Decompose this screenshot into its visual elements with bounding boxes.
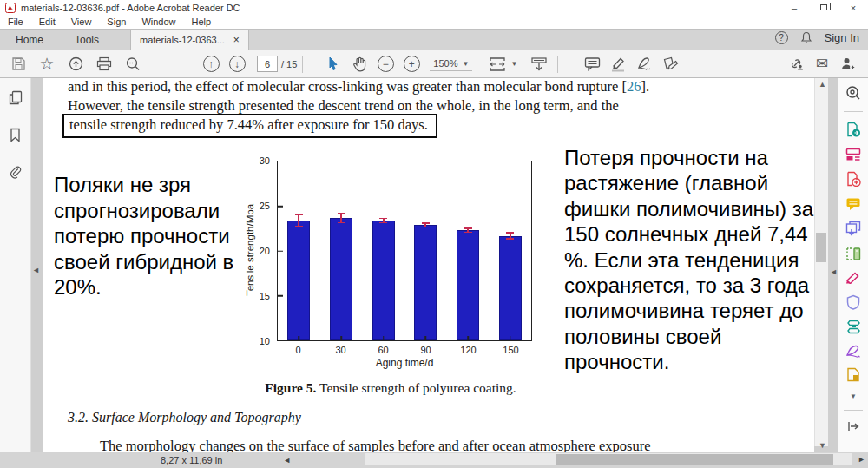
collapse-right-panel-icon[interactable]: ◄ — [830, 267, 838, 276]
ytick-20: 20 — [260, 246, 270, 256]
xtick-mark — [425, 336, 427, 340]
tab-tools[interactable]: Tools — [59, 30, 115, 50]
protect-icon[interactable] — [846, 294, 860, 310]
menu-edit[interactable]: Edit — [31, 15, 63, 29]
bar-90 — [414, 225, 437, 340]
share-upload-icon[interactable] — [62, 53, 89, 76]
vertical-scrollbar[interactable] — [814, 78, 828, 446]
zoom-in-icon[interactable]: + — [398, 53, 424, 76]
chart-xaxis-labels: 0306090120150 — [277, 345, 532, 357]
left-annotation: Поляки не зря спрогнозировали потерю про… — [54, 172, 275, 300]
minimize-icon: – — [792, 3, 797, 13]
tab-home[interactable]: Home — [0, 30, 59, 50]
fill-sign-icon[interactable] — [845, 272, 862, 284]
horizontal-scrollbar-thumb[interactable] — [556, 454, 833, 465]
email-icon[interactable]: ✉ — [809, 53, 835, 76]
tab-close-icon[interactable]: × — [233, 34, 240, 46]
pdf-file-icon — [5, 3, 16, 13]
xtick-mark — [299, 336, 300, 340]
find-icon[interactable] — [120, 53, 146, 76]
page-number-input[interactable] — [257, 56, 278, 72]
highlighted-sentence-box: tensile strength reduced by 7.44% after … — [62, 114, 437, 138]
menu-help[interactable]: Help — [184, 15, 220, 29]
error-bar-90 — [424, 222, 426, 227]
expand-panel-icon[interactable] — [847, 421, 859, 432]
toolbar-divider — [302, 56, 303, 73]
comment-tool-icon[interactable] — [845, 197, 861, 211]
xtick-mark — [383, 336, 385, 340]
menu-window[interactable]: Window — [134, 15, 183, 29]
person-add-icon[interactable] — [835, 53, 861, 76]
reading-mode-icon[interactable] — [526, 53, 552, 76]
comment-icon[interactable] — [579, 53, 605, 76]
panel-divider — [844, 111, 863, 112]
scroll-down-icon[interactable]: ▼ — [819, 441, 826, 450]
figure-caption-text: Tensile strength of polyurea coating. — [316, 380, 516, 395]
attachments-icon[interactable] — [9, 165, 22, 181]
error-bar-60 — [383, 218, 385, 223]
highlight-icon[interactable] — [605, 53, 631, 76]
right-annotation: Потеря прочности на растяжение (главной … — [564, 145, 820, 375]
export-pdf-icon[interactable] — [845, 122, 861, 137]
restore-button[interactable] — [809, 0, 838, 15]
select-tool-icon[interactable] — [320, 53, 346, 76]
chart-x-axis-title: Aging time/d — [277, 357, 532, 369]
scroll-left-icon[interactable]: ◄ — [283, 456, 291, 465]
print-icon[interactable] — [91, 53, 117, 76]
xtick-60: 60 — [378, 345, 388, 355]
previous-page-icon[interactable]: ↑ — [198, 53, 224, 76]
share-link-icon[interactable] — [783, 53, 809, 76]
menu-sign[interactable]: Sign — [99, 15, 134, 29]
page-thumbnails-icon[interactable] — [9, 90, 23, 105]
chart-plot-area — [277, 161, 532, 341]
bookmarks-icon[interactable] — [10, 128, 21, 142]
zoom-out-icon[interactable]: − — [372, 53, 398, 76]
help-icon[interactable]: ? — [775, 31, 788, 44]
sign-in-button[interactable]: Sign In — [825, 31, 859, 44]
chevron-down-icon[interactable]: ▼ — [850, 392, 857, 400]
xtick-mark — [510, 336, 511, 340]
vertical-scrollbar-thumb[interactable] — [816, 233, 826, 262]
menu-file[interactable]: File — [0, 15, 31, 29]
menu-bar: File Edit View Sign Window Help — [0, 15, 868, 29]
header-right: ? Sign In — [775, 31, 859, 44]
collapse-left-arrow-icon[interactable]: ◄ — [32, 266, 40, 274]
search-tools-icon[interactable] — [845, 85, 861, 101]
xtick-mark — [340, 336, 342, 340]
adobe-sign-icon[interactable] — [845, 345, 862, 358]
save-icon[interactable] — [5, 53, 31, 76]
minimize-button[interactable]: – — [779, 0, 809, 15]
xtick-0: 0 — [295, 345, 300, 355]
star-icon[interactable]: ☆ — [34, 53, 60, 76]
fit-width-icon[interactable] — [484, 53, 510, 76]
more-tools-icon[interactable] — [846, 367, 860, 382]
scroll-up-icon[interactable]: ▲ — [819, 80, 826, 89]
zoom-level-dropdown[interactable]: 150% ▼ — [430, 56, 472, 71]
scan-ocr-icon[interactable] — [845, 247, 861, 262]
scroll-right-icon[interactable]: ► — [858, 455, 865, 464]
paragraph-line-1: and in this period, the effect of molecu… — [68, 78, 762, 96]
tab-document[interactable]: materials-12-0363... × — [130, 30, 249, 50]
bell-icon[interactable] — [800, 31, 812, 44]
error-bar-120 — [467, 227, 469, 233]
title-bar: materials-12-03636.pdf - Adobe Acrobat R… — [0, 0, 868, 15]
sign-icon[interactable] — [631, 53, 657, 76]
paragraph-line-2: However, the tensile strength presented … — [68, 97, 762, 115]
page-size-label: 8,27 x 11,69 in — [161, 455, 222, 465]
close-button[interactable]: × — [838, 0, 868, 15]
next-page-icon[interactable]: ↓ — [224, 53, 250, 76]
create-pdf-icon[interactable] — [845, 171, 861, 187]
menu-view[interactable]: View — [63, 15, 100, 29]
citation-link[interactable]: 26 — [627, 78, 641, 95]
stamp-icon[interactable] — [657, 53, 683, 76]
xtick-150: 150 — [503, 345, 518, 355]
bar-150 — [499, 236, 522, 341]
combine-files-icon[interactable] — [845, 221, 861, 236]
zoom-level-value: 150% — [433, 58, 457, 69]
right-tools-panel: ▼ — [838, 78, 868, 468]
compress-pdf-icon[interactable] — [845, 320, 862, 334]
restore-icon — [820, 4, 827, 10]
organize-pages-icon[interactable] — [845, 148, 861, 161]
chevron-down-icon[interactable]: ▼ — [510, 60, 517, 68]
hand-tool-icon[interactable] — [346, 53, 372, 76]
